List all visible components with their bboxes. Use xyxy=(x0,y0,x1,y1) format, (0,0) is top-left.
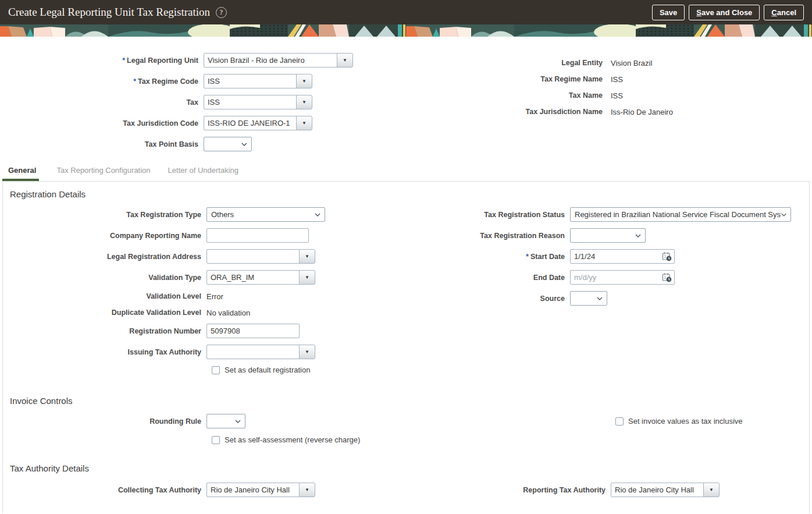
rounding-rule-select[interactable] xyxy=(206,414,245,428)
tax-regime-code-input[interactable] xyxy=(204,74,297,88)
reporting-tax-authority-lov-button[interactable]: ▼ xyxy=(703,483,720,497)
required-marker: * xyxy=(526,253,529,261)
legal-registration-address-input[interactable] xyxy=(206,249,300,264)
collecting-tax-authority-combobox: ▼ xyxy=(206,483,315,497)
issuing-tax-authority-lov-button[interactable]: ▼ xyxy=(299,345,315,359)
duplicate-validation-level-row: Duplicate Validation Level No validation xyxy=(3,307,445,318)
tax-point-basis-label: Tax Point Basis xyxy=(0,140,204,148)
end-date-label: End Date xyxy=(445,274,570,282)
default-registration-checkbox[interactable] xyxy=(212,366,220,374)
tax-jurisdiction-name-row: Tax Jurisdiction Name Iss-Rio De Janeiro xyxy=(442,104,673,120)
tax-name-row: Tax Name ISS xyxy=(442,87,673,104)
tax-inclusive-row: Set invoice values as tax inclusive xyxy=(615,417,809,426)
tax-regime-name-label: Tax Regime Name xyxy=(442,75,611,83)
validation-type-lov-button[interactable]: ▼ xyxy=(299,270,315,285)
tax-registration-status-row: Tax Registration Status Registered in Br… xyxy=(445,207,809,222)
tax-jurisdiction-code-input[interactable] xyxy=(204,116,297,130)
calendar-icon[interactable]: 1 xyxy=(662,251,672,261)
default-registration-label: Set as default registration xyxy=(225,366,310,374)
legal-reporting-unit-combobox: ▼ xyxy=(204,53,353,68)
tax-registration-reason-row: Tax Registration Reason xyxy=(445,228,809,243)
start-date-input[interactable] xyxy=(570,249,675,264)
tax-inclusive-checkbox[interactable] xyxy=(615,417,624,426)
tax-input[interactable] xyxy=(204,95,297,109)
tab-tax-reporting-configuration[interactable]: Tax Reporting Configuration xyxy=(56,166,150,181)
chevron-down-icon xyxy=(635,234,641,237)
source-label: Source xyxy=(445,295,570,303)
cancel-button[interactable]: Cancel xyxy=(764,5,804,20)
source-row: Source xyxy=(445,291,809,306)
self-assessment-checkbox[interactable] xyxy=(212,436,220,444)
help-icon[interactable]: ? xyxy=(216,7,227,18)
rounding-rule-label: Rounding Rule xyxy=(3,417,206,426)
reporting-tax-authority-input[interactable] xyxy=(611,483,704,497)
tab-general[interactable]: General xyxy=(2,166,39,181)
required-marker: * xyxy=(133,77,136,86)
tax-name-label: Tax Name xyxy=(442,91,611,100)
tax-jurisdiction-code-lov-button[interactable]: ▼ xyxy=(296,116,312,130)
validation-type-row: Validation Type ▼ xyxy=(3,270,445,285)
legal-registration-address-combobox: ▼ xyxy=(206,249,315,264)
tab-letter-of-undertaking[interactable]: Letter of Undertaking xyxy=(168,166,238,181)
tax-registration-status-label: Tax Registration Status xyxy=(445,211,570,219)
dropdown-triangle-icon: ▼ xyxy=(305,488,309,492)
tax-registration-type-row: Tax Registration Type Others xyxy=(3,207,445,222)
legal-reporting-unit-lov-button[interactable]: ▼ xyxy=(337,53,353,68)
legal-reporting-unit-input[interactable] xyxy=(204,53,337,68)
top-form: *Legal Reporting Unit ▼ *Tax Regime Code… xyxy=(0,37,812,158)
dropdown-triangle-icon: ▼ xyxy=(305,275,309,280)
page-title: Create Legal Reporting Unit Tax Registra… xyxy=(8,6,210,19)
legal-registration-address-label: Legal Registration Address xyxy=(3,253,206,261)
company-reporting-name-input[interactable] xyxy=(206,228,309,243)
collecting-tax-authority-lov-button[interactable]: ▼ xyxy=(299,483,315,497)
tax-regime-code-label-text: Tax Regime Code xyxy=(138,77,198,86)
issuing-tax-authority-row: Issuing Tax Authority ▼ xyxy=(3,345,445,359)
tax-registration-type-select[interactable]: Others xyxy=(206,207,325,222)
end-date-input[interactable] xyxy=(570,270,675,285)
validation-type-input[interactable] xyxy=(206,270,300,285)
tax-jurisdiction-name-label: Tax Jurisdiction Name xyxy=(442,108,611,116)
svg-text:1: 1 xyxy=(664,254,666,258)
registration-number-input[interactable] xyxy=(206,324,300,338)
chevron-down-icon xyxy=(597,297,603,300)
tax-jurisdiction-code-row: Tax Jurisdiction Code ▼ xyxy=(0,116,442,130)
calendar-icon[interactable]: 1 xyxy=(662,272,672,282)
collecting-tax-authority-row: Collecting Tax Authority ▼ xyxy=(3,483,445,497)
tax-lov-button[interactable]: ▼ xyxy=(296,95,312,109)
invoice-controls-heading: Invoice Controls xyxy=(3,396,809,406)
chevron-down-icon xyxy=(315,213,320,217)
tax-registration-status-select[interactable]: Registered in Brazilian National Service… xyxy=(570,207,791,222)
tax-registration-type-label: Tax Registration Type xyxy=(3,211,206,219)
company-reporting-name-row: Company Reporting Name xyxy=(3,228,445,243)
source-select[interactable] xyxy=(570,291,607,306)
dropdown-triangle-icon: ▼ xyxy=(302,100,307,105)
legal-registration-address-lov-button[interactable]: ▼ xyxy=(299,249,315,264)
end-date-field: 1 xyxy=(570,270,675,285)
issuing-tax-authority-input[interactable] xyxy=(206,345,300,359)
validation-type-combobox: ▼ xyxy=(206,270,315,285)
tax-regime-code-lov-button[interactable]: ▼ xyxy=(296,74,312,88)
legal-reporting-unit-row: *Legal Reporting Unit ▼ xyxy=(0,53,442,68)
dropdown-triangle-icon: ▼ xyxy=(302,79,307,84)
start-date-label-text: Start Date xyxy=(530,253,565,261)
tax-jurisdiction-name-value: Iss-Rio De Janeiro xyxy=(611,108,673,116)
start-date-row: *Start Date 1 xyxy=(445,249,809,264)
dropdown-triangle-icon: ▼ xyxy=(343,58,347,63)
dropdown-triangle-icon: ▼ xyxy=(302,121,307,126)
legal-reporting-unit-label-text: Legal Reporting Unit xyxy=(127,56,198,65)
tax-point-basis-select[interactable] xyxy=(204,137,252,151)
self-assessment-row: Set as self-assessment (reverse charge) xyxy=(212,435,445,444)
start-date-field: 1 xyxy=(570,249,675,264)
start-date-label: *Start Date xyxy=(445,253,570,261)
general-tab-panel: Registration Details Tax Registration Ty… xyxy=(2,181,810,513)
legal-entity-value: Vision Brazil xyxy=(611,59,652,68)
tax-registration-reason-select[interactable] xyxy=(570,228,646,243)
tax-row: Tax ▼ xyxy=(0,95,442,109)
app-header: Create Legal Reporting Unit Tax Registra… xyxy=(0,0,812,24)
collecting-tax-authority-input[interactable] xyxy=(206,483,300,497)
reporting-tax-authority-combobox: ▼ xyxy=(611,483,720,497)
tax-point-basis-label-text: Tax Point Basis xyxy=(145,140,198,148)
save-button[interactable]: Save xyxy=(652,5,685,20)
save-and-close-button[interactable]: Save and Close xyxy=(689,5,760,20)
tax-jurisdiction-code-label: Tax Jurisdiction Code xyxy=(0,119,204,127)
